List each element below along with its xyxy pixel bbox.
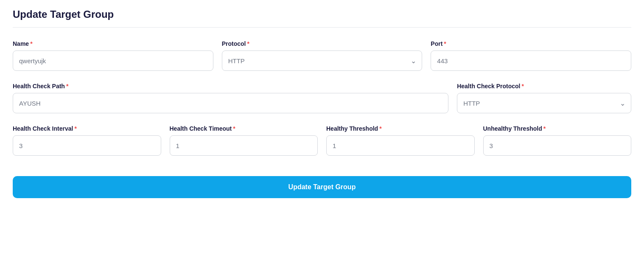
protocol-group: Protocol * HTTP HTTPS TCP UDP ⌄ (222, 40, 423, 71)
row-name-protocol-port: Name * Protocol * HTTP HTTPS TCP UDP (13, 40, 631, 71)
port-input[interactable] (431, 50, 631, 71)
page-title: Update Target Group (13, 8, 631, 20)
timeout-label: Health Check Timeout * (170, 125, 318, 132)
unhealthy-threshold-input[interactable] (483, 135, 632, 156)
healthy-threshold-input[interactable] (326, 135, 475, 156)
interval-group: Health Check Interval * (13, 125, 161, 156)
page-container: Update Target Group Name * Protocol * HT… (0, 0, 644, 215)
port-required: * (444, 40, 446, 47)
row-health-check-path-protocol: Health Check Path * Health Check Protoco… (13, 83, 631, 113)
protocol-required: * (247, 40, 249, 47)
health-check-path-group: Health Check Path * (13, 83, 448, 113)
port-label: Port * (431, 40, 631, 47)
healthy-threshold-label: Healthy Threshold * (326, 125, 475, 132)
unhealthy-threshold-required: * (543, 125, 546, 132)
health-check-protocol-select[interactable]: HTTP HTTPS TCP (457, 93, 631, 113)
port-group: Port * (431, 40, 631, 71)
interval-label: Health Check Interval * (13, 125, 161, 132)
healthy-threshold-required: * (379, 125, 381, 132)
section-divider (13, 27, 631, 28)
form-section: Name * Protocol * HTTP HTTPS TCP UDP (13, 40, 631, 198)
timeout-group: Health Check Timeout * (170, 125, 318, 156)
name-label: Name * (13, 40, 213, 47)
health-check-path-input[interactable] (13, 93, 448, 113)
name-input[interactable] (13, 50, 213, 71)
timeout-input[interactable] (170, 135, 318, 156)
health-check-protocol-group: Health Check Protocol * HTTP HTTPS TCP ⌄ (457, 83, 631, 113)
name-group: Name * (13, 40, 213, 71)
health-check-protocol-select-wrapper: HTTP HTTPS TCP ⌄ (457, 93, 631, 113)
timeout-required: * (233, 125, 235, 132)
unhealthy-threshold-label: Unhealthy Threshold * (483, 125, 632, 132)
interval-input[interactable] (13, 135, 161, 156)
submit-button[interactable]: Update Target Group (13, 176, 631, 198)
health-check-path-label: Health Check Path * (13, 83, 448, 90)
unhealthy-threshold-group: Unhealthy Threshold * (483, 125, 632, 156)
health-check-protocol-required: * (522, 83, 524, 90)
health-check-protocol-label: Health Check Protocol * (457, 83, 631, 90)
row-thresholds: Health Check Interval * Health Check Tim… (13, 125, 631, 156)
protocol-select[interactable]: HTTP HTTPS TCP UDP (222, 50, 423, 71)
healthy-threshold-group: Healthy Threshold * (326, 125, 475, 156)
name-required: * (30, 40, 32, 47)
health-check-path-required: * (66, 83, 68, 90)
protocol-select-wrapper: HTTP HTTPS TCP UDP ⌄ (222, 50, 423, 71)
protocol-label: Protocol * (222, 40, 423, 47)
interval-required: * (74, 125, 76, 132)
